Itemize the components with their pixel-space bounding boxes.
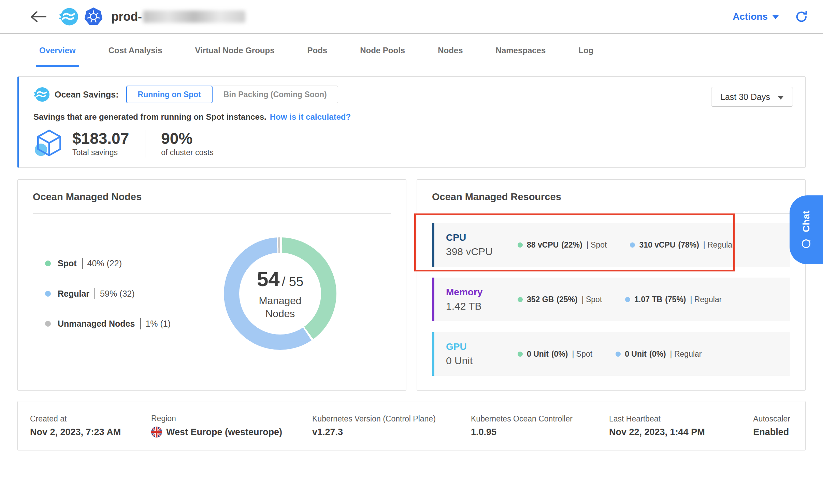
divider [33,213,391,214]
divider [432,213,790,214]
ocean-managed-nodes-card: Ocean Managed Nodes Spot 40% (22) Regula… [17,179,406,391]
legend-name: Regular [58,288,95,299]
tab-label: Pods [307,46,327,55]
period-selector[interactable]: Last 30 Days [711,87,793,107]
tab-pods[interactable]: Pods [307,34,327,67]
info-label: Region [151,414,312,423]
tab-label: Node Pools [360,46,405,55]
savings-percent-label: of cluster costs [161,148,213,157]
type-label: | Spot [587,240,607,250]
legend-name: Spot [58,258,83,269]
percent: (75%) [665,295,686,304]
savings-view-toggle: Running on Spot Bin Packing (Coming Soon… [126,86,338,103]
kubernetes-logo-icon [84,7,103,26]
refresh-icon [795,10,808,23]
tab-label: Cost Analysis [109,46,162,55]
amount: 310 vCPU [639,240,675,250]
tab-label: Log [578,46,593,55]
info-label: Last Heartbeat [609,414,736,424]
ocean-managed-resources-card: Ocean Managed Resources CPU 398 vCPU 88 … [417,179,806,391]
tab-overview[interactable]: Overview [39,34,76,67]
info-label: Kubernetes Ocean Controller [471,414,609,424]
back-arrow-icon [30,11,46,23]
header: prod- Actions [0,0,823,34]
chevron-down-icon [773,15,779,19]
tab-cost-analysis[interactable]: Cost Analysis [109,34,162,67]
tab-nodes[interactable]: Nodes [438,34,463,67]
regular-dot-icon [625,297,630,302]
actions-button[interactable]: Actions [733,11,779,22]
gpu-total: 0 Unit [446,355,518,367]
cluster-title: prod- [111,10,142,24]
cpu-total: 398 vCPU [446,246,518,257]
ocean-savings-card: Ocean Savings: Running on Spot Bin Packi… [17,76,806,168]
gpu-label: GPU [446,341,518,352]
divider [145,130,145,158]
spot-dot-icon [45,261,51,266]
chevron-down-icon [778,96,784,100]
chat-bubble-icon [800,238,812,249]
cpu-regular-stat: 310 vCPU (78%) | Regular [630,240,738,250]
amount: 0 Unit [527,350,549,359]
info-k8s-version: Kubernetes Version (Control Plane) v1.27… [312,414,471,438]
type-label: | Regular [703,240,735,250]
ocean-savings-icon [33,86,50,103]
legend-item-regular: Regular 59% (32) [45,288,195,299]
memory-regular-stat: 1.07 TB (75%) | Regular [625,295,725,304]
info-ocean-controller: Kubernetes Ocean Controller 1.0.95 [471,414,609,438]
percent: (78%) [678,240,699,250]
running-on-spot-toggle[interactable]: Running on Spot [126,86,213,103]
memory-total: 1.42 TB [446,300,518,312]
info-label: Created at [30,414,151,424]
total-savings-value: $183.07 [72,130,129,147]
chat-button[interactable]: Chat [790,195,823,264]
managed-nodes-count: 54 [257,267,280,291]
legend-value: 59% (32) [95,289,134,299]
tab-virtual-node-groups[interactable]: Virtual Node Groups [195,34,275,67]
legend-item-unmanaged: Unmanaged Nodes 1% (1) [45,318,195,329]
unmanaged-dot-icon [45,321,51,327]
period-selector-value: Last 30 Days [720,92,770,102]
regular-dot-icon [616,352,621,357]
memory-spot-stat: 352 GB (25%) | Spot [518,295,605,304]
tab-namespaces[interactable]: Namespaces [496,34,546,67]
tab-label: Nodes [438,46,463,55]
how-calculated-link[interactable]: How is it calculated? [270,112,351,121]
spot-dot-icon [518,352,523,357]
resource-row-cpu: CPU 398 vCPU 88 vCPU (22%) | Spot 310 vC… [432,223,790,267]
tab-node-pools[interactable]: Node Pools [360,34,405,67]
ocean-savings-label: Ocean Savings: [55,90,119,100]
amount: 0 Unit [625,350,647,359]
cluster-info-bar: Created at Nov 2, 2023, 7:23 AM Region [17,401,806,450]
type-label: | Spot [572,350,592,359]
gpu-regular-stat: 0 Unit (0%) | Regular [616,350,705,359]
managed-nodes-title: Ocean Managed Nodes [33,191,391,203]
ocean-logo-icon [59,7,78,27]
legend-item-spot: Spot 40% (22) [45,258,195,269]
info-region: Region West Europe (westeurope) [151,414,312,438]
percent: (25%) [557,295,577,304]
type-label: | Regular [690,295,722,304]
managed-nodes-donut-chart: 54 / 55 Managed Nodes [224,237,336,350]
tab-log[interactable]: Log [578,34,593,67]
info-created-at: Created at Nov 2, 2023, 7:23 AM [30,414,151,438]
tab-label: Namespaces [496,46,546,55]
refresh-button[interactable] [795,10,808,23]
percent: (22%) [561,240,582,250]
bin-packing-toggle[interactable]: Bin Packing (Coming Soon) [213,86,338,103]
managed-nodes-total: / 55 [282,275,303,289]
cpu-spot-stat: 88 vCPU (22%) | Spot [518,240,610,250]
tab-bar: Overview Cost Analysis Virtual Node Grou… [0,34,823,67]
actions-label: Actions [733,11,768,22]
legend-name: Unmanaged Nodes [58,318,141,329]
nodes-legend: Spot 40% (22) Regular 59% (32) Unmanaged… [45,258,195,329]
total-savings-label: Total savings [72,148,129,157]
legend-value: 40% (22) [83,258,122,268]
managed-nodes-center-label: Managed Nodes [248,294,313,320]
type-label: | Spot [582,295,602,304]
tab-label: Overview [39,46,76,55]
regular-dot-icon [45,291,51,297]
info-last-heartbeat: Last Heartbeat Nov 22, 2023, 1:44 PM [609,414,736,438]
back-button[interactable] [30,11,46,23]
uk-flag-icon [151,427,162,438]
